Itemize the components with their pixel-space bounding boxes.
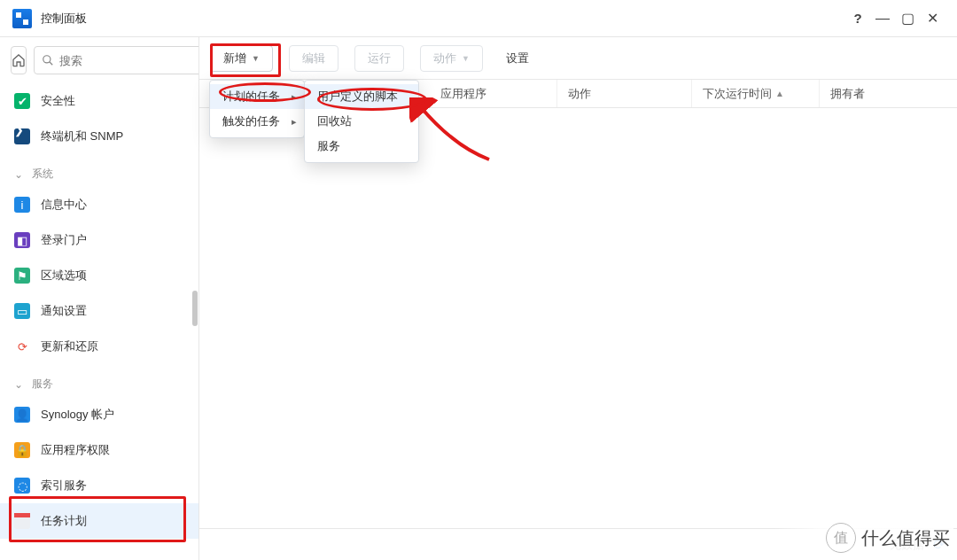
th-owner[interactable]: 拥有者 (820, 80, 957, 107)
sidebar-group-service[interactable]: ⌄ 服务 (0, 364, 198, 397)
dropdown-item-scheduled-task[interactable]: 计划的任务 用户定义的脚本 回收站 服务 (210, 84, 304, 109)
sidebar-item-label: 信息中心 (41, 197, 87, 213)
add-button[interactable]: 新增 ▼ (210, 45, 273, 72)
portal-icon: ◧ (14, 232, 30, 248)
search-field[interactable] (34, 46, 199, 74)
reload-button[interactable]: ⟳ (933, 536, 945, 553)
terminal-icon: ❯_ (14, 128, 30, 144)
svg-point-0 (43, 56, 51, 63)
search-db-icon: ◌ (14, 478, 30, 494)
edit-button[interactable]: 编辑 (289, 45, 338, 72)
sidebar: ✔ 安全性 ❯_ 终端机和 SNMP ⌄ 系统 i 信息中心 ◧ 登录门户 ⚑ … (0, 37, 199, 560)
titlebar: 控制面板 ? — ▢ ✕ (0, 0, 957, 37)
sidebar-item-update-restore[interactable]: ⟳ 更新和还原 (0, 329, 198, 364)
sidebar-item-label: 更新和还原 (41, 338, 98, 354)
minimize-button[interactable]: — (870, 11, 895, 27)
sidebar-item-security[interactable]: ✔ 安全性 (0, 83, 198, 119)
chevron-down-icon: ⌄ (14, 378, 23, 391)
shield-icon: ✔ (14, 93, 30, 109)
sidebar-item-label: 终端机和 SNMP (41, 128, 123, 144)
chat-icon: ▭ (14, 303, 30, 319)
sidebar-item-label: Synology 帐户 (41, 407, 114, 423)
search-input[interactable] (59, 54, 199, 67)
search-icon (42, 54, 54, 66)
sidebar-group-system[interactable]: ⌄ 系统 (0, 154, 198, 187)
action-button[interactable]: 动作 ▼ (420, 45, 483, 72)
maximize-button[interactable]: ▢ (895, 10, 920, 27)
sidebar-item-label: 任务计划 (41, 513, 87, 529)
run-button[interactable]: 运行 (354, 45, 404, 72)
submenu-item-service[interactable]: 服务 (305, 134, 418, 159)
th-next-run[interactable]: 下次运行时间▲ (692, 80, 820, 107)
sidebar-item-info-center[interactable]: i 信息中心 (0, 187, 198, 222)
sidebar-item-notifications[interactable]: ▭ 通知设置 (0, 293, 198, 329)
sidebar-item-label: 索引服务 (41, 478, 87, 494)
sidebar-item-regional-options[interactable]: ⚑ 区域选项 (0, 258, 198, 293)
settings-button[interactable]: 设置 (499, 45, 536, 72)
svg-line-1 (50, 62, 53, 66)
calendar-icon (14, 513, 30, 529)
sidebar-item-terminal-snmp[interactable]: ❯_ 终端机和 SNMP (0, 119, 198, 154)
window-title: 控制面板 (41, 11, 87, 27)
dropdown-item-triggered-task[interactable]: 触发的任务 (210, 109, 304, 134)
sidebar-item-label: 安全性 (41, 93, 75, 109)
info-icon: i (14, 197, 30, 213)
th-app[interactable]: 应用程序 (430, 80, 557, 107)
th-action[interactable]: 动作 (557, 80, 692, 107)
table-body-empty (199, 108, 957, 528)
sidebar-item-login-portal[interactable]: ◧ 登录门户 (0, 222, 198, 258)
home-icon (12, 53, 26, 67)
caret-down-icon: ▼ (252, 54, 260, 63)
user-icon: 👤 (14, 407, 30, 423)
cutoff-text: 重 (841, 535, 852, 551)
sort-asc-icon: ▲ (775, 89, 784, 98)
add-dropdown: 计划的任务 用户定义的脚本 回收站 服务 触发的任务 (209, 80, 305, 138)
sidebar-item-label: 应用程序权限 (41, 442, 110, 458)
scheduled-task-submenu: 用户定义的脚本 回收站 服务 (304, 80, 419, 163)
toolbar: 新增 ▼ 编辑 运行 动作 ▼ 设置 (199, 37, 957, 80)
caret-down-icon: ▼ (462, 54, 470, 63)
sidebar-item-task-scheduler[interactable]: 任务计划 (0, 503, 198, 539)
home-button[interactable] (11, 46, 27, 74)
app-icon (12, 9, 32, 28)
chevron-down-icon: ⌄ (14, 168, 23, 181)
status-text: 无数据 (890, 537, 924, 553)
submenu-item-recycle-bin[interactable]: 回收站 (305, 109, 418, 134)
help-button[interactable]: ? (845, 11, 870, 26)
flag-icon: ⚑ (14, 268, 30, 284)
sidebar-item-label: 区域选项 (41, 268, 87, 284)
sidebar-item-label: 登录门户 (41, 232, 87, 248)
update-icon: ⟳ (14, 338, 30, 354)
sidebar-item-index-service[interactable]: ◌ 索引服务 (0, 468, 198, 503)
close-button[interactable]: ✕ (920, 10, 945, 27)
scrollbar-thumb[interactable] (192, 291, 198, 326)
lock-icon: 🔒 (14, 442, 30, 458)
main-panel: 新增 ▼ 编辑 运行 动作 ▼ 设置 应用程序 动作 下次运行时间▲ 拥有者 (199, 37, 957, 560)
sidebar-item-synology-account[interactable]: 👤 Synology 帐户 (0, 397, 198, 432)
sidebar-item-app-privileges[interactable]: 🔒 应用程序权限 (0, 432, 198, 468)
submenu-item-user-defined-script[interactable]: 用户定义的脚本 (305, 84, 418, 109)
sidebar-item-label: 通知设置 (41, 303, 87, 319)
